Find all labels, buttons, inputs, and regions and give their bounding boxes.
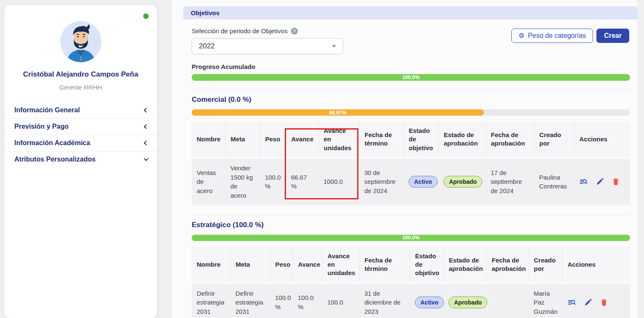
status-badge: Activo	[415, 297, 444, 308]
accumulated-progress-value: 100.0%	[402, 74, 420, 80]
view-details-icon[interactable]	[567, 298, 576, 307]
status-badge: Activo	[409, 176, 438, 188]
avatar-illustration	[60, 21, 102, 62]
category-weights-button[interactable]: ⚙ Peso de categorías	[511, 29, 593, 43]
delete-icon[interactable]	[612, 178, 620, 186]
column-header: Nombre	[192, 122, 225, 158]
sidebar-item-label: Previsión y Pago	[14, 123, 69, 130]
cell-fecha-termino: 30 de septiembre de 2024	[359, 158, 404, 205]
section-title-comercial: Comercial (0.0 %)	[192, 95, 630, 104]
cell-peso: 100.0 %	[260, 158, 286, 205]
estrategico-progress-fill: 100.0%	[192, 235, 630, 241]
profile-role: Gerente RRHH	[4, 84, 157, 91]
cell-meta: Vender 1500 kg de acero	[225, 158, 260, 205]
cell-avance-unidades: 1000.0	[318, 158, 359, 205]
sidebar-item-informacion-academica[interactable]: Información Académica	[4, 135, 157, 151]
period-select-value: 2022	[199, 42, 215, 50]
column-header: Creado por	[529, 247, 562, 283]
column-header: Nombre	[192, 247, 230, 283]
sidebar-item-atributos-personalizados[interactable]: Atributos Personalizados	[4, 151, 157, 167]
panel-header: Objetivos	[183, 6, 638, 19]
column-header: Creado por	[534, 122, 574, 158]
column-header: Peso	[270, 247, 293, 283]
cell-estado-objetivo: Activo	[410, 283, 444, 318]
column-header: Estado de aprobación	[444, 247, 486, 283]
table-row: Ventas de acero Vender 1500 kg de acero …	[192, 158, 630, 205]
cell-nombre: Ventas de acero	[192, 158, 225, 205]
cell-avance-unidades: 100.0	[322, 283, 359, 318]
column-header: Acciones	[562, 247, 630, 283]
panel-title: Objetivos	[191, 9, 219, 16]
column-header: Peso	[260, 122, 286, 158]
estrategico-progress-value: 100.0%	[402, 235, 420, 241]
period-select[interactable]: 2022	[192, 38, 343, 54]
column-header: Avance en unidades	[318, 122, 359, 158]
objectives-panel: Objetivos ⚙ Peso de categorías Crear Sel…	[172, 0, 638, 318]
divider	[192, 89, 630, 90]
period-select-label: Selección de periodo de Objetivos	[192, 27, 288, 34]
sidebar-item-label: Información General	[14, 106, 80, 114]
chevron-down-icon	[144, 156, 148, 161]
edit-icon[interactable]	[596, 178, 604, 186]
column-header: Fecha de aprobación	[486, 247, 529, 283]
column-header: Meta	[225, 122, 260, 158]
comercial-progress-bar: 66.67%	[192, 109, 630, 116]
comercial-progress-fill: 66.67%	[192, 109, 484, 116]
cell-avance: 66.67 %	[286, 158, 318, 205]
column-header: Meta	[230, 247, 270, 283]
profile-name: Cristóbal Alejandro Campos Peña	[4, 69, 157, 80]
avatar	[60, 21, 102, 62]
table-header-row: Nombre Meta Peso Avance Avance en unidad…	[192, 247, 630, 283]
cell-fecha-aprobacion	[486, 283, 529, 318]
accumulated-progress-fill: 100.0%	[192, 74, 630, 81]
sidebar-item-informacion-general[interactable]: Información General	[4, 102, 157, 118]
cell-fecha-termino: 31 de diciembre de 2023	[359, 283, 410, 318]
sidebar-nav: Información General Previsión y Pago Inf…	[4, 102, 157, 167]
cell-creado-por: Paulina Contreras	[534, 158, 574, 205]
chevron-left-icon	[144, 141, 148, 146]
estrategico-progress-bar: 100.0%	[192, 235, 630, 241]
approval-badge: Aprobado	[444, 176, 482, 188]
caret-down-icon	[332, 45, 336, 48]
column-header: Acciones	[574, 122, 630, 158]
chevron-left-icon	[144, 108, 148, 112]
table-row: Definir estrategia 2031 Definir estrateg…	[192, 283, 630, 318]
toolbar: ⚙ Peso de categorías Crear	[511, 29, 629, 43]
cell-meta: Definir estrategia 2031	[230, 283, 270, 318]
help-icon[interactable]: ?	[291, 28, 298, 34]
cell-acciones	[562, 283, 630, 318]
view-details-icon[interactable]	[579, 178, 588, 186]
column-header: Fecha de término	[359, 122, 404, 158]
accumulated-progress-bar: 100.0%	[192, 74, 630, 81]
column-header: Avance	[293, 247, 322, 283]
cell-nombre: Definir estrategia 2031	[192, 283, 230, 318]
sidebar-item-prevision-y-pago[interactable]: Previsión y Pago	[4, 118, 157, 135]
sidebar-item-label: Información Académica	[14, 139, 90, 147]
cell-acciones	[574, 158, 630, 205]
estrategico-objectives-table: Nombre Meta Peso Avance Avance en unidad…	[192, 247, 630, 318]
edit-icon[interactable]	[584, 299, 592, 306]
column-header: Avance	[286, 122, 318, 158]
cell-avance: 100.0 %	[293, 283, 322, 318]
cell-peso: 100.0 %	[270, 283, 293, 318]
online-status-dot	[143, 13, 149, 19]
column-header: Avance en unidades	[322, 247, 359, 283]
section-title-estrategico: Estratégico (100.0 %)	[192, 221, 630, 229]
column-header: Estado de aprobación	[438, 122, 486, 158]
column-header: Fecha de término	[359, 247, 410, 283]
category-weights-label: Peso de categorías	[528, 32, 586, 40]
cell-estado-aprobacion: Aprobado	[438, 158, 486, 205]
create-button[interactable]: Crear	[596, 29, 629, 43]
delete-icon[interactable]	[600, 299, 608, 306]
column-header: Fecha de aprobación	[486, 122, 534, 158]
gear-icon: ⚙	[518, 32, 524, 39]
approval-badge: Aprobado	[449, 297, 487, 308]
divider	[192, 215, 630, 215]
column-header: Estado de objetivo	[404, 122, 438, 158]
panel-content: Selección de periodo de Objetivos ? 2022…	[172, 19, 638, 318]
table-header-row: Nombre Meta Peso Avance Avance en unidad…	[192, 122, 630, 158]
column-header: Estado de objetivo	[410, 247, 444, 283]
cell-estado-aprobacion: Aprobado	[444, 283, 486, 318]
sidebar-item-label: Atributos Personalizados	[14, 156, 96, 163]
comercial-objectives-table: Nombre Meta Peso Avance Avance en unidad…	[192, 122, 630, 205]
